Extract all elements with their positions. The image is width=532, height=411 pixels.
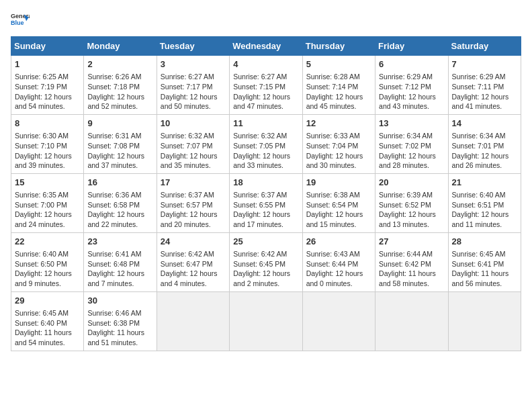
day-info: and 7 minutes.: [87, 279, 152, 289]
day-info: Daylight: 11 hours: [15, 328, 80, 338]
day-info: Sunrise: 6:43 AM: [306, 249, 371, 259]
day-info: and 17 minutes.: [233, 220, 298, 230]
day-info: and 13 minutes.: [379, 220, 444, 230]
calendar-cell: 17Sunrise: 6:37 AMSunset: 6:57 PMDayligh…: [157, 173, 229, 232]
day-info: Daylight: 12 hours: [161, 92, 226, 102]
calendar-header-row: SundayMondayTuesdayWednesdayThursdayFrid…: [11, 37, 521, 56]
day-info: Daylight: 12 hours: [379, 151, 444, 161]
day-info: and 43 minutes.: [379, 101, 444, 111]
day-info: Daylight: 12 hours: [87, 151, 152, 161]
day-info: Sunrise: 6:41 AM: [87, 249, 152, 259]
day-info: Daylight: 12 hours: [161, 269, 226, 279]
day-info: Sunset: 6:38 PM: [87, 318, 152, 328]
calendar-cell: 7Sunrise: 6:29 AMSunset: 7:11 PMDaylight…: [448, 56, 521, 115]
day-number: 25: [233, 236, 298, 248]
calendar-cell: 19Sunrise: 6:38 AMSunset: 6:54 PMDayligh…: [302, 173, 375, 232]
day-info: and 35 minutes.: [161, 161, 226, 171]
day-info: Sunset: 6:51 PM: [452, 200, 517, 210]
day-info: Sunrise: 6:32 AM: [161, 131, 226, 141]
calendar-cell: 18Sunrise: 6:37 AMSunset: 6:55 PMDayligh…: [230, 173, 302, 232]
day-info: Daylight: 12 hours: [233, 210, 298, 220]
day-info: Sunset: 6:50 PM: [15, 259, 80, 269]
day-number: 26: [306, 236, 371, 248]
day-info: Sunset: 7:04 PM: [306, 141, 371, 151]
day-info: Sunrise: 6:27 AM: [161, 72, 226, 82]
day-info: Sunset: 7:01 PM: [452, 141, 517, 151]
day-info: Daylight: 12 hours: [379, 210, 444, 220]
calendar-table: SundayMondayTuesdayWednesdayThursdayFrid…: [11, 36, 521, 351]
day-info: Sunset: 6:42 PM: [379, 259, 444, 269]
day-info: Daylight: 12 hours: [15, 269, 80, 279]
calendar-cell: 22Sunrise: 6:40 AMSunset: 6:50 PMDayligh…: [11, 232, 84, 291]
calendar-cell: [230, 291, 302, 351]
calendar-week-2: 8Sunrise: 6:30 AMSunset: 7:10 PMDaylight…: [11, 114, 521, 173]
day-info: and 15 minutes.: [306, 220, 371, 230]
day-info: Sunset: 6:48 PM: [87, 259, 152, 269]
day-info: Sunset: 7:17 PM: [161, 82, 226, 92]
calendar-cell: 27Sunrise: 6:44 AMSunset: 6:42 PMDayligh…: [375, 232, 448, 291]
day-info: and 54 minutes.: [15, 101, 80, 111]
day-info: and 56 minutes.: [452, 279, 517, 289]
day-number: 30: [87, 295, 152, 307]
day-info: Sunset: 7:19 PM: [15, 82, 80, 92]
day-info: and 2 minutes.: [233, 279, 298, 289]
day-info: Sunset: 6:44 PM: [306, 259, 371, 269]
day-number: 4: [233, 58, 298, 71]
calendar-cell: 1Sunrise: 6:25 AMSunset: 7:19 PMDaylight…: [11, 56, 84, 115]
day-info: Sunrise: 6:38 AM: [306, 190, 371, 200]
day-info: Sunrise: 6:25 AM: [15, 72, 80, 82]
day-number: 17: [161, 177, 226, 189]
day-info: Daylight: 12 hours: [379, 92, 444, 102]
day-info: and 58 minutes.: [379, 279, 444, 289]
weekday-header-sunday: Sunday: [11, 37, 84, 56]
day-number: 6: [379, 58, 444, 71]
day-info: Sunrise: 6:40 AM: [452, 190, 517, 200]
day-info: Daylight: 12 hours: [233, 92, 298, 102]
calendar-cell: 26Sunrise: 6:43 AMSunset: 6:44 PMDayligh…: [302, 232, 375, 291]
day-info: Daylight: 11 hours: [452, 269, 517, 279]
day-info: Sunrise: 6:28 AM: [306, 72, 371, 82]
day-info: Sunset: 6:40 PM: [15, 318, 80, 328]
weekday-header-monday: Monday: [84, 37, 157, 56]
day-number: 12: [306, 118, 371, 130]
calendar-cell: 11Sunrise: 6:32 AMSunset: 7:05 PMDayligh…: [230, 114, 302, 173]
day-number: 8: [15, 118, 80, 130]
day-number: 15: [15, 177, 80, 189]
weekday-header-friday: Friday: [375, 37, 448, 56]
day-info: Daylight: 12 hours: [306, 151, 371, 161]
day-info: Sunset: 7:15 PM: [233, 82, 298, 92]
day-info: and 11 minutes.: [452, 220, 517, 230]
day-info: Daylight: 12 hours: [233, 151, 298, 161]
day-info: and 37 minutes.: [87, 161, 152, 171]
calendar-week-5: 29Sunrise: 6:45 AMSunset: 6:40 PMDayligh…: [11, 291, 521, 351]
calendar-cell: [302, 291, 375, 351]
day-info: Daylight: 12 hours: [452, 92, 517, 102]
day-number: 19: [306, 177, 371, 189]
calendar-cell: 24Sunrise: 6:42 AMSunset: 6:47 PMDayligh…: [157, 232, 229, 291]
day-info: and 24 minutes.: [15, 220, 80, 230]
day-number: 18: [233, 177, 298, 189]
day-info: Sunset: 7:07 PM: [161, 141, 226, 151]
day-info: Sunrise: 6:26 AM: [87, 72, 152, 82]
day-number: 27: [379, 236, 444, 248]
day-info: and 26 minutes.: [452, 161, 517, 171]
day-number: 5: [306, 58, 371, 71]
day-info: Daylight: 12 hours: [306, 92, 371, 102]
day-info: Sunrise: 6:37 AM: [233, 190, 298, 200]
calendar-cell: 23Sunrise: 6:41 AMSunset: 6:48 PMDayligh…: [84, 232, 157, 291]
day-info: Sunrise: 6:44 AM: [379, 249, 444, 259]
calendar-cell: 20Sunrise: 6:39 AMSunset: 6:52 PMDayligh…: [375, 173, 448, 232]
day-number: 24: [161, 236, 226, 248]
day-info: Sunset: 7:14 PM: [306, 82, 371, 92]
day-info: Sunrise: 6:36 AM: [87, 190, 152, 200]
day-info: Sunset: 6:45 PM: [233, 259, 298, 269]
day-info: Sunset: 7:00 PM: [15, 200, 80, 210]
day-info: Sunrise: 6:34 AM: [452, 131, 517, 141]
day-info: Sunset: 7:11 PM: [452, 82, 517, 92]
calendar-cell: [157, 291, 229, 351]
day-info: Sunset: 6:52 PM: [379, 200, 444, 210]
day-number: 10: [161, 118, 226, 130]
day-number: 20: [379, 177, 444, 189]
day-info: Sunrise: 6:45 AM: [452, 249, 517, 259]
day-number: 13: [379, 118, 444, 130]
